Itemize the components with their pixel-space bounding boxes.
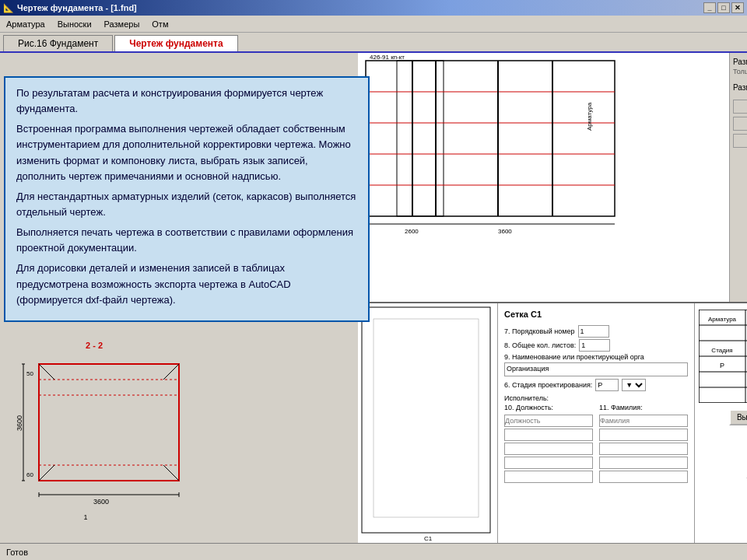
title-bar-left: 📐 Чертеж фундамента - [1.fnd]	[3, 3, 137, 13]
field-org-input[interactable]: Организация	[504, 362, 688, 376]
svg-line-20	[39, 465, 54, 481]
svg-rect-1	[39, 364, 179, 481]
style-btn-1[interactable]	[733, 100, 747, 114]
position-name-headers: 10. Должность: 11. Фамилия:	[504, 404, 688, 411]
menu-razmery[interactable]: Размеры	[98, 18, 146, 30]
familiya-input-2[interactable]	[599, 429, 688, 441]
dolzhnost-input-5[interactable]	[504, 471, 593, 483]
stadiya-dropdown[interactable]: ▼	[622, 379, 646, 391]
menu-bar: Арматура Выноски Размеры Отм	[0, 16, 747, 33]
main-content: По результатам расчета и конструирования…	[0, 53, 747, 543]
field-label-6: 6. Стадия проектирования:	[504, 381, 592, 389]
field-label-8: 8. Общее кол. листов:	[504, 341, 576, 349]
svg-text:Арматура: Арматура	[586, 102, 593, 131]
select-caption-button[interactable]: Выбрать Надпись...	[729, 409, 747, 425]
svg-rect-37	[362, 307, 490, 533]
field-value-8: 1	[579, 339, 610, 352]
title-block-svg: Арматура Выноски Размеры Стадия Лист Лис…	[699, 310, 748, 403]
cad-area: 426-91 кп-кт 2600 3600 Арматура Размер л…	[358, 53, 747, 543]
form-field-poryadok: 7. Порядковый номер 1	[504, 325, 688, 338]
familiya-input-1[interactable]	[599, 415, 688, 427]
cad-bottom-left-drawing: С1	[358, 303, 498, 543]
svg-text:2 - 2: 2 - 2	[86, 341, 103, 350]
status-bar: Готов	[0, 543, 747, 560]
title-bar-buttons: _ □ ✕	[703, 2, 744, 13]
paragraph-4: Выполняется печать чертежа в соответстви…	[16, 225, 357, 256]
minimize-button[interactable]: _	[703, 2, 716, 13]
style-btn-2[interactable]	[733, 117, 747, 131]
form-field-stadiya: 6. Стадия проектирования: Р ▼	[504, 379, 688, 391]
style-btn-3[interactable]	[733, 134, 747, 148]
svg-line-18	[39, 364, 54, 380]
form-area: Сетка С1 7. Порядковый номер 1 8. Общее …	[498, 303, 694, 543]
symbol-size-label: Размер символов в мм	[733, 83, 747, 92]
form-title: Сетка С1	[504, 310, 688, 319]
svg-text:3600: 3600	[93, 498, 109, 506]
position-name-row-1	[504, 415, 688, 427]
text-panel: По результатам расчета и конструирования…	[0, 53, 358, 543]
familiya-input-5[interactable]	[599, 471, 688, 483]
svg-text:50: 50	[26, 370, 33, 377]
field-label-9: 9. Наименование или проектирующей орга	[504, 353, 644, 361]
svg-text:3600: 3600	[16, 415, 23, 431]
dolzhnost-input-1[interactable]	[504, 415, 593, 427]
foundation-plan-drawing: 2 - 2 3600 3600	[8, 333, 350, 535]
svg-text:Арматура: Арматура	[707, 316, 736, 323]
menu-armatura[interactable]: Арматура	[0, 18, 51, 30]
svg-text:Р: Р	[719, 362, 724, 369]
style-buttons	[733, 100, 747, 148]
title-block-area: Арматура Выноски Размеры Стадия Лист Лис…	[694, 303, 747, 543]
ispolnitel-label: Исполнитель:	[504, 394, 688, 402]
thickness-label: Толщина 1 [0.1 мм]	[733, 68, 747, 75]
svg-text:Стадия: Стадия	[711, 347, 732, 354]
svg-text:60: 60	[26, 471, 33, 478]
paragraph-3: Для нестандартных арматурных изделий (се…	[16, 189, 357, 220]
form-field-listy: 8. Общее кол. листов: 1	[504, 339, 688, 352]
close-button[interactable]: ✕	[731, 2, 744, 13]
paragraph-2: Встроенная программа выполнения чертежей…	[16, 121, 357, 184]
position-name-row-2	[504, 429, 688, 441]
tab-chertezh[interactable]: Чертеж фундамента	[114, 35, 237, 51]
svg-text:426-91 кп-кт: 426-91 кп-кт	[370, 54, 405, 61]
menu-vynosky[interactable]: Выноски	[51, 18, 98, 30]
svg-line-21	[163, 465, 179, 481]
tabs-bar: Рис.16 Фундамент Чертеж фундамента	[0, 33, 747, 53]
svg-rect-38	[374, 319, 479, 517]
line-size-label: Размер линии	[733, 58, 747, 66]
svg-text:3600: 3600	[498, 228, 512, 235]
cad-top: 426-91 кп-кт 2600 3600 Арматура Размер л…	[358, 53, 747, 302]
app-icon: 📐	[3, 3, 14, 13]
svg-text:2600: 2600	[405, 228, 419, 235]
cad-bottom: С1 Сетка С1 7. Порядковый номер 1 8. Общ…	[358, 302, 747, 543]
line-size-group: Размер линии Толщина 1 [0.1 мм]	[733, 58, 747, 77]
paragraph-5: Для дорисовки деталей и изменения записе…	[16, 261, 357, 307]
svg-line-19	[163, 364, 179, 380]
position-name-row-5	[504, 471, 688, 483]
position-name-row-4	[504, 457, 688, 469]
info-popup: По результатам расчета и конструирования…	[4, 76, 370, 322]
field-value-7: 1	[578, 325, 609, 338]
position-name-row-3	[504, 443, 688, 455]
svg-text:1: 1	[83, 513, 87, 521]
status-text: Готов	[6, 548, 28, 557]
tab-ris16[interactable]: Рис.16 Фундамент	[3, 35, 113, 51]
dolzhnost-input-2[interactable]	[504, 429, 593, 441]
dolzhnost-input-4[interactable]	[504, 457, 593, 469]
cad-drawing: 426-91 кп-кт 2600 3600 Арматура	[358, 53, 729, 302]
field-label-7: 7. Порядковый номер	[504, 327, 575, 335]
svg-text:С1: С1	[424, 535, 433, 542]
familiya-input-3[interactable]	[599, 443, 688, 455]
window-title: Чертеж фундамента - [1.fnd]	[17, 3, 137, 12]
form-field-naim: 9. Наименование или проектирующей орга	[504, 353, 688, 361]
dolzhnost-input-3[interactable]	[504, 443, 593, 455]
svg-rect-22	[366, 61, 615, 216]
symbol-size-group: Размер символов в мм	[733, 83, 747, 93]
maximize-button[interactable]: □	[717, 2, 730, 13]
familiya-input-4[interactable]	[599, 457, 688, 469]
menu-otm[interactable]: Отм	[146, 18, 174, 30]
paragraph-1: По результатам расчета и конструирования…	[16, 86, 357, 117]
field-stadiya-input: Р	[595, 379, 619, 391]
cad-properties-panel: Размер линии Толщина 1 [0.1 мм] Размер с…	[729, 53, 747, 302]
title-bar: 📐 Чертеж фундамента - [1.fnd] _ □ ✕	[0, 0, 747, 16]
